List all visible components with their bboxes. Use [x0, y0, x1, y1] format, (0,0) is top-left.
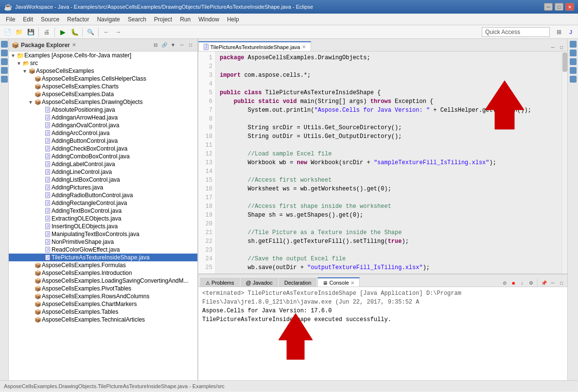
right-icon-5[interactable] — [570, 76, 577, 83]
menu-edit[interactable]: Edit — [19, 15, 37, 24]
tab-javadoc[interactable]: @ Javadoc — [241, 278, 278, 287]
new-btn[interactable]: 📄 — [2, 27, 13, 37]
tree-pkg-drawing[interactable]: ▼ 📦 AsposeCellsExamples.DrawingObjects — [9, 98, 197, 106]
tree-java-textbox[interactable]: ▶ J AddingTextBoxControl.java — [9, 207, 197, 215]
tree-pkg-intro[interactable]: ▶ 📦 AsposeCellsExamples.Introduction — [9, 269, 197, 277]
tree-java-label[interactable]: ▶ J AddingLabelControl.java — [9, 160, 197, 168]
menu-source[interactable]: Source — [37, 15, 63, 24]
run-btn[interactable]: ▶ — [57, 27, 68, 37]
console-max-btn[interactable]: □ — [558, 279, 565, 287]
tree-java-absolute[interactable]: ▶ J AbsolutePositioning.java — [9, 106, 197, 114]
pe-collapse-btn[interactable]: ⊟ — [152, 41, 159, 49]
debug-btn[interactable]: 🐛 — [69, 27, 80, 37]
tree-java-checkbox[interactable]: ▶ J AddingCheckBoxControl.java — [9, 145, 197, 153]
perspectives-btn[interactable]: ⊞ — [554, 27, 564, 37]
editor-min-btn[interactable]: ─ — [549, 43, 557, 51]
tree-pkg-pivot[interactable]: ▶ 📦 AsposeCellsExamples.PivotTables — [9, 285, 197, 292]
tree-pkg-loading[interactable]: ▶ 📦 AsposeCellsExamples.LoadingSavingCon… — [9, 277, 197, 285]
tab-problems[interactable]: ⚠ Problems — [200, 278, 240, 287]
left-icon-3[interactable] — [1, 58, 8, 65]
pe-link-btn[interactable]: 🔗 — [160, 41, 168, 49]
console-stop-btn[interactable]: ■ — [509, 279, 517, 287]
tree-java-radio[interactable]: ▶ J AddingRadioButtonControl.java — [9, 191, 197, 199]
code-area[interactable]: 12345 678910 1112131415 1617181920 21222… — [198, 51, 567, 273]
tree-java-oval[interactable]: ▶ J AddinganOvalControl.java — [9, 121, 197, 129]
tree-pkg-rows[interactable]: ▶ 📦 AsposeCellsExamples.RowsAndColumns — [9, 292, 197, 300]
tab-declaration[interactable]: Declaration — [279, 278, 317, 287]
tree-pkg-chartmarkers[interactable]: ▶ 📦 AsposeCellsExamples.ChartMarkers — [9, 300, 197, 308]
left-icon-5[interactable] — [1, 76, 8, 83]
pkg-root-icon: 📦 — [28, 68, 36, 74]
menu-refactor[interactable]: Refactor — [63, 15, 93, 24]
tab-close-btn[interactable]: ✕ — [302, 44, 306, 50]
tree-pkg-root[interactable]: ▼ 📦 AsposeCellsExamples — [9, 67, 197, 75]
console-pin-btn[interactable]: 📌 — [540, 279, 548, 287]
tree-pkg-formulas[interactable]: ▶ 📦 AsposeCellsExamples.Formulas — [9, 261, 197, 269]
right-icon-4[interactable] — [570, 67, 577, 74]
editor-tab-tilepicture[interactable]: J TilePictureAsTextureInsideShape.java ✕ — [198, 41, 311, 51]
tree-pkg-charts[interactable]: ▶ 📦 AsposeCellsExamples.Charts — [9, 83, 197, 90]
left-icon-2[interactable] — [1, 50, 8, 56]
quick-access-label: Quick Access — [485, 29, 520, 35]
menu-search[interactable]: Search — [124, 15, 150, 24]
save-btn[interactable]: 💾 — [25, 27, 36, 37]
tree-java-arc[interactable]: ▶ J AddingArcControl.java — [9, 129, 197, 137]
tree-pkg-data[interactable]: ▶ 📦 AsposeCellsExamples.Data — [9, 90, 197, 98]
tree-root[interactable]: ▼ 📁 Examples [Aspose.Cells-for-Java mast… — [9, 51, 197, 59]
tree-java-manipulate[interactable]: ▶ J ManipulatingTextBoxControls.java — [9, 230, 197, 238]
menu-navigate[interactable]: Navigate — [93, 15, 123, 24]
tree-pkg-cellshelper[interactable]: ▶ 📦 AsposeCellsExamples.CellsHelperClass — [9, 75, 197, 83]
console-clear-btn[interactable]: ⊘ — [501, 279, 508, 287]
menu-run[interactable]: Run — [176, 15, 194, 24]
tree-src[interactable]: ▼ 📂 src — [9, 59, 197, 67]
console-min-btn[interactable]: ─ — [549, 279, 557, 287]
left-icon-1[interactable] — [1, 41, 8, 48]
tree-java-nonprimitive[interactable]: ▶ J NonPrimitiveShape.java — [9, 238, 197, 246]
open-btn[interactable]: 📁 — [14, 27, 24, 37]
tree-java-tilepicture[interactable]: ▶ J TilePictureAsTextureInsideShape.java — [9, 254, 197, 261]
editor-max-btn[interactable]: □ — [558, 43, 565, 51]
package-explorer-tree[interactable]: ▼ 📁 Examples [Aspose.Cells-for-Java mast… — [9, 51, 197, 380]
print-btn[interactable]: 🖨 — [41, 27, 52, 37]
maximize-button[interactable]: □ — [555, 3, 563, 11]
pe-min-btn[interactable]: ─ — [178, 41, 186, 49]
java-btn[interactable]: J — [565, 27, 576, 37]
tree-java-line[interactable]: ▶ J AddingLineControl.java — [9, 168, 197, 176]
search-btn[interactable]: 🔍 — [85, 27, 96, 37]
tree-java-listbox[interactable]: ▶ J AddingListBoxControl.java — [9, 176, 197, 184]
menu-window[interactable]: Window — [194, 15, 223, 24]
editor-scrollbar[interactable] — [561, 51, 567, 273]
forward-btn[interactable]: → — [113, 27, 123, 37]
tree-java-pictures[interactable]: ▶ J AddingPictures.java — [9, 184, 197, 191]
pkg-root-label: AsposeCellsExamples — [36, 68, 94, 74]
console-options-btn[interactable]: ⚙ — [527, 279, 535, 287]
right-icon-3[interactable] — [570, 58, 577, 65]
tree-java-insertole[interactable]: ▶ J InsertingOLEObjects.java — [9, 222, 197, 230]
menu-project[interactable]: Project — [150, 15, 176, 24]
console-icon: 🖥 — [323, 280, 328, 286]
pe-max-btn[interactable]: □ — [187, 41, 194, 49]
console-scroll-btn[interactable]: ↓ — [518, 279, 526, 287]
tree-java-arrow[interactable]: ▶ J AddinganArrowHead.java — [9, 114, 197, 121]
absolute-icon: J — [44, 106, 52, 113]
tab-console[interactable]: 🖥 Console ✕ — [317, 277, 359, 287]
pe-menu-btn[interactable]: ▼ — [169, 41, 177, 49]
tree-java-readcolor[interactable]: ▶ J ReadColorGlowEffect.java — [9, 246, 197, 254]
right-icon-1[interactable] — [570, 41, 577, 48]
menu-file[interactable]: File — [2, 15, 19, 24]
tree-java-combo[interactable]: ▶ J AddingComboBoxControl.java — [9, 153, 197, 160]
tree-pkg-technical[interactable]: ▶ 📦 AsposeCellsExamples.TechnicalArticle… — [9, 316, 197, 324]
tree-java-extractole[interactable]: ▶ J ExtractingOLEObjects.java — [9, 215, 197, 222]
close-button[interactable]: ✕ — [565, 3, 574, 11]
console-tab-close[interactable]: ✕ — [350, 280, 354, 286]
tree-java-button[interactable]: ▶ J AddingButtonControl.java — [9, 137, 197, 145]
left-icon-4[interactable] — [1, 67, 8, 74]
tree-pkg-tables[interactable]: ▶ 📦 AsposeCellsExamples.Tables — [9, 308, 197, 316]
right-icon-2[interactable] — [570, 50, 577, 56]
tree-java-rect[interactable]: ▶ J AddingRectangleControl.java — [9, 199, 197, 207]
menu-help[interactable]: Help — [223, 15, 243, 24]
back-btn[interactable]: ← — [101, 27, 112, 37]
minimize-button[interactable]: ─ — [544, 3, 553, 11]
quick-access-input[interactable]: Quick Access — [482, 27, 550, 37]
code-content[interactable]: package AsposeCellsExamples.DrawingObjec… — [216, 51, 567, 273]
